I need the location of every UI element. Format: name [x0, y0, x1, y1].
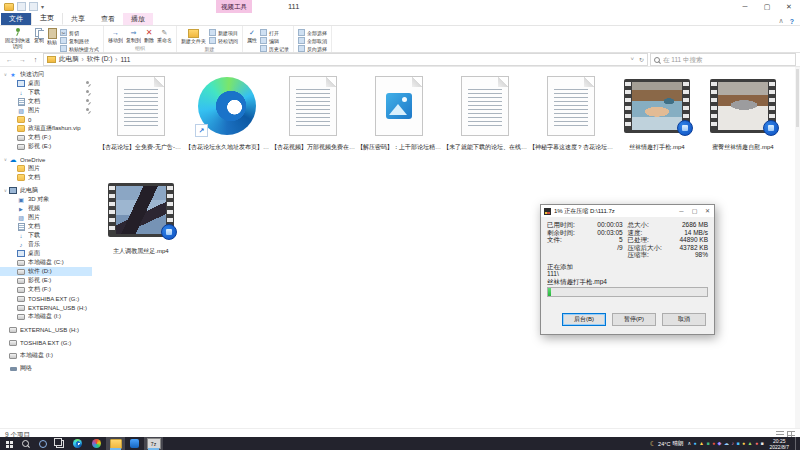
ribbon-button-open[interactable]: 打开	[260, 29, 289, 36]
file-tile[interactable]: 【解压密码】：上千部论坛精选小视频.jpg	[356, 69, 442, 167]
tab-共享[interactable]: 共享	[63, 13, 93, 25]
taskbar-edge[interactable]	[68, 437, 87, 450]
ribbon-button-selinv[interactable]: 反向选择	[298, 45, 327, 52]
tray-icon[interactable]: ●	[742, 441, 745, 446]
sidebar-item[interactable]: 图片	[0, 106, 92, 115]
ribbon-collapse-icon[interactable]	[779, 17, 784, 25]
tab-主页[interactable]: 主页	[31, 11, 63, 25]
sidebar-item[interactable]: TOSHIBA EXT (G:)	[0, 294, 92, 303]
sidebar-item[interactable]: 桌面	[0, 79, 92, 88]
close-button[interactable]	[778, 0, 800, 13]
tray-icon[interactable]: ■	[736, 441, 739, 446]
tray-icon[interactable]: ◆	[718, 441, 722, 446]
sidebar-item[interactable]: 音乐	[0, 240, 92, 249]
search-input[interactable]	[663, 56, 792, 63]
dialog-maximize-button[interactable]	[688, 205, 701, 217]
weather-widget[interactable]: 24°C 晴朗	[650, 440, 684, 448]
sidebar-item[interactable]: 本地磁盘 (I:)	[0, 351, 92, 360]
minimize-button[interactable]	[734, 0, 756, 13]
sidebar-item[interactable]: 3D 对象	[0, 195, 92, 204]
breadcrumb-this-pc[interactable]: 此电脑	[59, 55, 79, 64]
sidebar-item[interactable]: 下载	[0, 88, 92, 97]
taskbar-app[interactable]	[125, 437, 144, 450]
sidebar-item[interactable]: ∨OneDrive	[0, 155, 92, 164]
sidebar-item[interactable]: 图片	[0, 164, 92, 173]
sidebar-item[interactable]: 文档 (F:)	[0, 285, 92, 294]
ribbon-button-history[interactable]: 历史记录	[260, 45, 289, 52]
ribbon-button-newfolder[interactable]: 新建文件夹	[181, 27, 206, 45]
sidebar-item[interactable]: ∨快速访问	[0, 70, 92, 79]
dialog-minimize-button[interactable]	[675, 205, 688, 217]
qat-button[interactable]	[29, 2, 38, 11]
sidebar-item[interactable]: 影视 (E:)	[0, 276, 92, 285]
pause-button[interactable]: 暂停(P)	[612, 313, 656, 326]
sidebar-item[interactable]: 本地磁盘 (C:)	[0, 258, 92, 267]
sidebar-item[interactable]: 图片	[0, 213, 92, 222]
ribbon-button-rename[interactable]: 重命名	[157, 27, 172, 44]
expander-icon[interactable]: ∨	[2, 157, 9, 162]
file-tile[interactable]: 【神秘字幕这速度？杏花论坛人工智能】.txt	[528, 69, 614, 167]
address-dropdown-icon[interactable]	[630, 56, 634, 63]
file-tile[interactable]: 丝袜情趣打手枪.mp4	[614, 69, 700, 167]
file-tile[interactable]: 【杏花论坛】全免费-无广告-最新地址.txt	[98, 69, 184, 167]
qat-button[interactable]	[17, 2, 26, 11]
sidebar-item[interactable]: 文档	[0, 97, 92, 106]
maximize-button[interactable]	[756, 0, 778, 13]
start-button[interactable]	[0, 437, 17, 450]
ribbon-button-props[interactable]: 属性	[247, 27, 257, 44]
back-button[interactable]	[4, 56, 15, 63]
scrollbar-thumb[interactable]	[796, 69, 799, 127]
ribbon-button-move[interactable]: 移动到	[108, 27, 123, 44]
sidebar-item[interactable]: 0	[0, 115, 92, 124]
sidebar-item[interactable]: 桌面	[0, 249, 92, 258]
ribbon-button-copy[interactable]: 复制	[34, 27, 44, 44]
file-tile[interactable]: 【来了就能下载的论坛、在线看！】.txt	[442, 69, 528, 167]
ribbon-button-edit[interactable]: 编辑	[260, 37, 289, 44]
tab-播放[interactable]: 播放	[123, 13, 153, 25]
sidebar-item[interactable]: 文档 (F:)	[0, 133, 92, 142]
ribbon-button-selnone[interactable]: 全部取消	[298, 37, 327, 44]
ribbon-button-newitem[interactable]: 新建项目	[209, 29, 238, 36]
tab-文件[interactable]: 文件	[1, 13, 31, 25]
tray-icon[interactable]: ☁	[724, 441, 729, 446]
up-button[interactable]	[30, 56, 41, 63]
sidebar-item[interactable]: 本地磁盘 (I:)	[0, 312, 92, 321]
show-desktop-button[interactable]	[795, 437, 799, 450]
ribbon-button-shortcut[interactable]: 粘贴快捷方式	[60, 45, 99, 52]
tray-icon[interactable]: ■	[707, 441, 710, 446]
tray-icon[interactable]: ●	[755, 441, 758, 446]
sidebar-item[interactable]: ∨此电脑	[0, 186, 92, 195]
breadcrumb-folder-111[interactable]: 111	[120, 56, 130, 63]
file-tile[interactable]: 主人调教黑丝足.mp4	[98, 173, 184, 271]
file-tile[interactable]: 【杏花论坛永久地址发布页】-双击打开	[184, 69, 270, 167]
tray-icon[interactable]: ▲	[748, 441, 753, 446]
taskbar-clock[interactable]: 20:25 2022/8/7	[768, 438, 791, 450]
ribbon-button-paste[interactable]: 粘贴	[47, 27, 57, 46]
ribbon-button-copyto[interactable]: 复制到	[126, 27, 141, 44]
taskbar-explorer[interactable]	[106, 437, 125, 450]
tray-icon[interactable]: ♪	[731, 441, 734, 446]
sidebar-item[interactable]: 政瑞直播flashun.vip	[0, 124, 92, 133]
tray-icon[interactable]: ∧	[687, 441, 691, 446]
sidebar-item[interactable]: EXTERNAL_USB (H:)	[0, 303, 92, 312]
taskbar-7zip[interactable]: 7z	[144, 437, 163, 450]
ribbon-button-path[interactable]: 复制路径	[60, 37, 99, 44]
tab-查看[interactable]: 查看	[93, 13, 123, 25]
scrollbar[interactable]	[795, 67, 800, 428]
tray-icon[interactable]: ●	[712, 441, 715, 446]
refresh-icon[interactable]	[639, 56, 644, 63]
expander-icon[interactable]: ∨	[2, 188, 9, 193]
sidebar-item[interactable]: 视频	[0, 204, 92, 213]
sidebar-item[interactable]: EXTERNAL_USB (H:)	[0, 325, 92, 334]
file-tile[interactable]: 【杏花视频】万部视频免费在线观看.txt	[270, 69, 356, 167]
breadcrumb-drive-d[interactable]: 软件 (D:)	[87, 55, 113, 64]
sidebar-item[interactable]: 文档	[0, 222, 92, 231]
help-icon[interactable]	[790, 18, 794, 25]
ribbon-button-delete[interactable]: 删除	[144, 27, 154, 44]
tray-icon[interactable]: ■	[761, 441, 764, 446]
qat-dropdown-icon[interactable]	[41, 3, 44, 10]
sidebar-item[interactable]: TOSHIBA EXT (G:)	[0, 338, 92, 347]
cancel-button[interactable]: 取消	[662, 313, 706, 326]
ribbon-button-pin[interactable]: 固定到快速访问	[4, 27, 31, 49]
run-background-button[interactable]: 后台(B)	[562, 313, 606, 326]
